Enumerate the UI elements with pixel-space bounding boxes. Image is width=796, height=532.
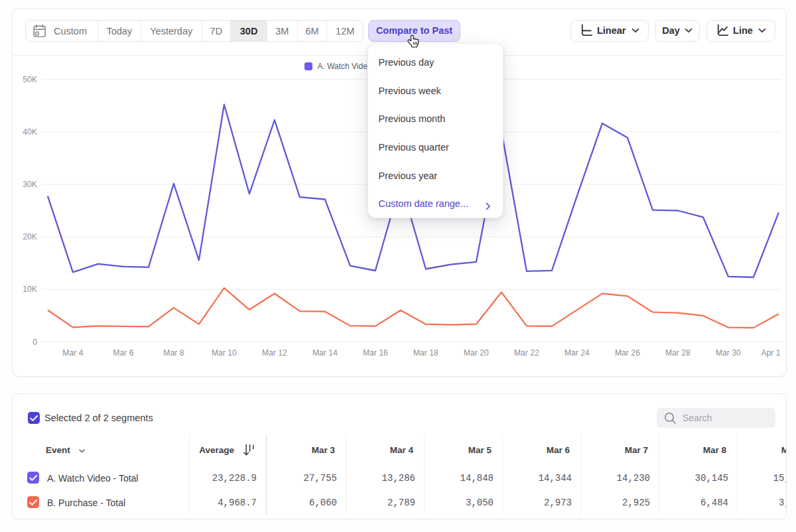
svg-text:0: 0 [33,338,37,347]
svg-text:Mar 26: Mar 26 [615,348,640,358]
svg-text:Mar 28: Mar 28 [665,348,691,358]
svg-text:Mar 30: Mar 30 [716,348,741,358]
svg-text:Mar 22: Mar 22 [514,348,539,358]
svg-text:Mar 8: Mar 8 [163,348,184,358]
svg-text:Apr 1: Apr 1 [761,348,780,358]
svg-text:Mar 16: Mar 16 [363,348,388,358]
svg-text:10K: 10K [23,285,37,294]
svg-text:Mar 24: Mar 24 [564,348,590,358]
svg-text:Mar 10: Mar 10 [212,348,237,358]
svg-text:20K: 20K [23,232,37,241]
svg-text:40K: 40K [23,127,37,137]
svg-text:50K: 50K [23,75,37,84]
svg-text:Mar 12: Mar 12 [262,348,287,358]
svg-text:Mar 18: Mar 18 [413,348,438,358]
svg-text:Mar 6: Mar 6 [113,348,133,358]
svg-text:Mar 20: Mar 20 [464,348,489,358]
svg-text:Mar 4: Mar 4 [62,348,83,358]
svg-text:30K: 30K [23,180,37,189]
svg-text:Mar 14: Mar 14 [312,348,338,358]
